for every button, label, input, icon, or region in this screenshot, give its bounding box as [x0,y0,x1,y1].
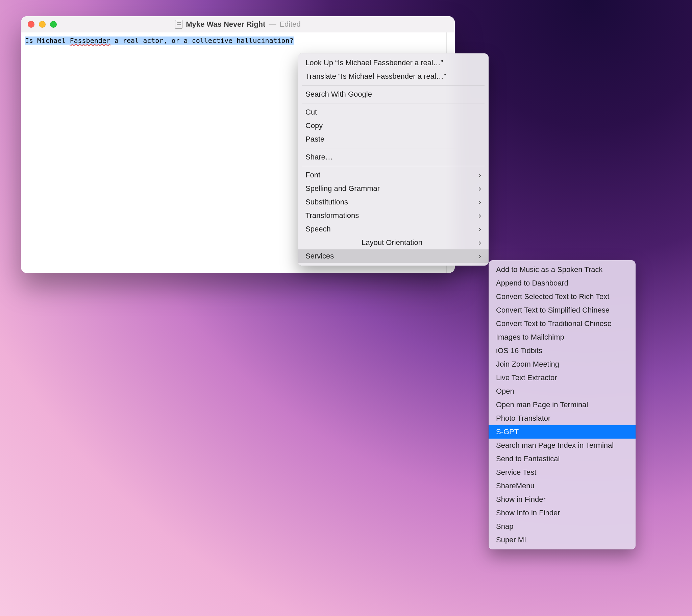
services-item[interactable]: Send to Fantastical [489,452,635,466]
chevron-right-icon: › [478,184,481,193]
services-item[interactable]: Snap [489,520,635,533]
chevron-right-icon: › [478,251,481,261]
menu-label: Look Up “Is Michael Fassbender a real…” [305,59,443,67]
menu-label: Join Zoom Meeting [496,360,559,369]
title-group: Myke Was Never Right — Edited [21,20,455,29]
services-item[interactable]: Convert Text to Traditional Chinese [489,317,635,331]
menu-label: Substitutions [305,198,348,207]
menu-label: Show in Finder [496,495,546,504]
close-icon[interactable] [28,21,35,28]
menu-label: Convert Text to Simplified Chinese [496,306,609,315]
menu-label: Snap [496,522,513,531]
menu-copy[interactable]: Copy [298,119,489,132]
menu-spelling[interactable]: Spelling and Grammar› [298,182,489,195]
menu-font[interactable]: Font› [298,168,489,182]
services-item[interactable]: Join Zoom Meeting [489,358,635,371]
services-item[interactable]: S-GPT [489,425,635,439]
menu-label: Super ML [496,536,528,544]
menu-label: Spelling and Grammar [305,184,380,193]
menu-label: Images to Mailchimp [496,333,564,342]
menu-label: Layout Orientation [362,238,423,247]
chevron-right-icon: › [478,197,481,207]
menu-label: Live Text Extractor [496,374,557,382]
chevron-right-icon: › [478,211,481,220]
traffic-lights [28,21,57,28]
chevron-right-icon: › [478,225,481,234]
selected-text: Is Michael Fassbender a real actor, or a… [25,37,294,45]
menu-paste[interactable]: Paste [298,132,489,146]
menu-label: Transformations [305,211,359,220]
services-item[interactable]: Search man Page Index in Terminal [489,439,635,452]
services-item[interactable]: Show in Finder [489,493,635,506]
menu-label: Append to Dashboard [496,279,568,288]
menu-separator [302,85,484,85]
menu-search-google[interactable]: Search With Google [298,87,489,101]
menu-label: S-GPT [496,427,519,436]
context-menu: Look Up “Is Michael Fassbender a real…” … [298,54,489,265]
menu-label: Font [305,171,320,179]
menu-transformations[interactable]: Transformations› [298,209,489,222]
menu-translate[interactable]: Translate “Is Michael Fassbender a real…… [298,70,489,83]
edited-label: Edited [279,20,300,29]
services-item[interactable]: ShareMenu [489,479,635,493]
text-seg: a real actor, or a collective hallucinat… [110,37,294,45]
services-item[interactable]: Convert Text to Simplified Chinese [489,303,635,317]
zoom-icon[interactable] [50,21,57,28]
menu-label: ShareMenu [496,482,535,490]
menu-label: iOS 16 Tidbits [496,346,542,355]
window-title: Myke Was Never Right [186,20,265,29]
document-text[interactable]: Is Michael Fassbender a real actor, or a… [25,37,294,45]
menu-label: Open [496,387,514,396]
chevron-right-icon: › [478,170,481,180]
text-seg: Is Michael [25,37,70,45]
menu-speech[interactable]: Speech› [298,222,489,236]
menu-share[interactable]: Share… [298,150,489,164]
services-item[interactable]: Photo Translator [489,411,635,425]
title-dash: — [268,20,276,29]
services-item[interactable]: Super ML [489,533,635,547]
services-item[interactable]: Images to Mailchimp [489,331,635,344]
menu-label: Services [305,252,334,260]
misspelled-word: Fassbender [70,37,110,45]
menu-label: Cut [305,108,317,116]
menu-label: Convert Selected Text to Rich Text [496,292,609,301]
services-item[interactable]: Open man Page in Terminal [489,398,635,411]
menu-label: Copy [305,121,323,130]
services-item[interactable]: Convert Selected Text to Rich Text [489,290,635,303]
services-item[interactable]: Live Text Extractor [489,371,635,385]
services-item[interactable]: Open [489,385,635,398]
menu-label: Open man Page in Terminal [496,400,588,409]
menu-label: Translate “Is Michael Fassbender a real…… [305,72,446,81]
menu-label: Paste [305,135,324,144]
menu-label: Send to Fantastical [496,454,560,463]
menu-separator [302,166,484,166]
menu-label: Add to Music as a Spoken Track [496,265,603,274]
menu-label: Photo Translator [496,414,550,423]
document-icon [175,20,182,29]
chevron-right-icon: › [478,238,481,247]
services-item[interactable]: Service Test [489,466,635,479]
menu-services[interactable]: Services› [298,249,489,263]
menu-label: Share… [305,153,333,162]
services-item[interactable]: iOS 16 Tidbits [489,344,635,358]
menu-layout[interactable]: Layout Orientation› [298,236,489,249]
minimize-icon[interactable] [39,21,46,28]
menu-label: Show Info in Finder [496,509,560,517]
services-item[interactable]: Append to Dashboard [489,276,635,290]
menu-separator [302,148,484,148]
menu-cut[interactable]: Cut [298,105,489,119]
services-submenu: Add to Music as a Spoken TrackAppend to … [489,260,635,549]
menu-lookup[interactable]: Look Up “Is Michael Fassbender a real…” [298,56,489,70]
services-item[interactable]: Add to Music as a Spoken Track [489,263,635,276]
menu-label: Convert Text to Traditional Chinese [496,319,611,328]
menu-substitutions[interactable]: Substitutions› [298,195,489,209]
titlebar[interactable]: Myke Was Never Right — Edited [21,16,455,33]
menu-separator [302,103,484,103]
menu-label: Search man Page Index in Terminal [496,441,613,450]
services-item[interactable]: Show Info in Finder [489,506,635,520]
menu-label: Service Test [496,468,536,477]
menu-label: Speech [305,225,331,233]
menu-label: Search With Google [305,90,372,99]
